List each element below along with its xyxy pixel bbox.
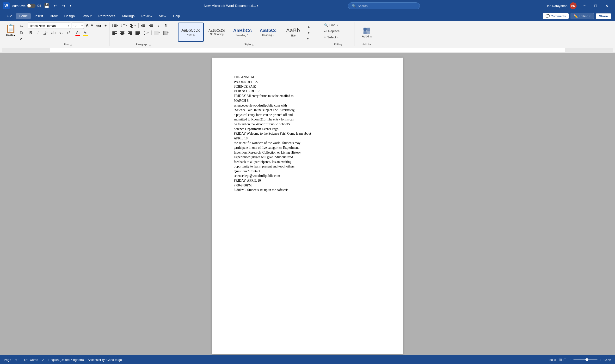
font-decrease-button[interactable]: A [90, 23, 94, 28]
editing-button[interactable]: ✏️ Editing ▾ [571, 13, 594, 19]
line-2: WOODRUFF P.S. [234, 80, 381, 84]
justify-button[interactable] [134, 30, 141, 36]
menu-mailings[interactable]: Mailings [119, 13, 137, 19]
replace-button[interactable]: ⇌ Replace [323, 28, 353, 34]
language-selector[interactable]: English (United Kingdom) [48, 358, 84, 362]
line-7: sciencedept@woodruffpublic.com with [234, 103, 381, 108]
menu-home[interactable]: Home [16, 13, 31, 19]
zoom-slider[interactable] [574, 359, 598, 360]
comments-button[interactable]: 💬 Comments [543, 13, 569, 19]
svg-rect-13 [131, 25, 133, 26]
numbering-button[interactable]: 1.2.3. ▾ [120, 23, 128, 29]
autosave-toggle[interactable] [27, 4, 36, 8]
line-spacing-button[interactable]: ▾ [142, 30, 150, 36]
user-avatar[interactable]: HN [570, 2, 576, 9]
menu-layout[interactable]: Layout [79, 13, 95, 19]
align-right-button[interactable] [127, 30, 133, 36]
share-button[interactable]: Share [596, 13, 611, 19]
cut-button[interactable]: ✂ [19, 24, 25, 29]
shading-button[interactable]: ▾ [153, 30, 161, 36]
proofing-status[interactable]: ✓ [42, 358, 44, 362]
menu-review[interactable]: Review [138, 13, 155, 19]
multilevel-list-button[interactable]: ▾ [129, 23, 137, 29]
decrease-indent-button[interactable] [140, 23, 147, 29]
style-no-spacing[interactable]: AaBbCcDd No Spacing [205, 23, 229, 42]
zoom-out-button[interactable]: − [569, 358, 571, 362]
highlight-color-button[interactable]: A ▾ [82, 30, 89, 36]
menu-file[interactable]: File [4, 13, 15, 19]
save-icon[interactable]: 💾 [43, 2, 50, 9]
word-count[interactable]: 121 words [24, 358, 38, 362]
menu-design[interactable]: Design [61, 13, 78, 19]
search-box[interactable]: 🔍 Search [348, 2, 420, 9]
show-marks-button[interactable]: ¶ [163, 23, 169, 29]
font-size-select[interactable]: 12 ▾ [72, 23, 84, 29]
format-painter-button[interactable]: 🖌 [19, 36, 25, 40]
menu-help[interactable]: Help [170, 13, 183, 19]
align-center-button[interactable] [119, 30, 126, 36]
style-title[interactable]: AaBb Title [281, 23, 305, 42]
change-case-button[interactable]: Aa▾ [95, 24, 102, 28]
borders-button[interactable]: ▾ [162, 30, 170, 36]
bold-button[interactable]: B [28, 30, 34, 36]
increase-indent-button[interactable] [148, 23, 154, 29]
user-name: Hari Narayanan [546, 4, 567, 8]
print-layout-icon[interactable]: ⊞ [559, 358, 562, 362]
select-button[interactable]: ⌖ Select ▾ [323, 35, 353, 40]
sort-button[interactable]: ↕ [155, 23, 162, 29]
styles-scroll-up[interactable]: ▲ [306, 24, 311, 29]
menu-insert[interactable]: Insert [32, 13, 46, 19]
svg-rect-42 [146, 32, 148, 32]
subscript-button[interactable]: x₂ [58, 30, 64, 36]
accessibility-status[interactable]: Accessibility: Good to go [88, 358, 122, 362]
line-8: "Science Fair" in the subject line. Alte… [234, 108, 381, 113]
svg-rect-3 [114, 26, 117, 26]
style-heading2[interactable]: AaBbCc Heading 2 [256, 23, 280, 42]
styles-expand[interactable]: ▾ [306, 36, 311, 41]
paragraph-group: ▾ 1.2.3. ▾ ▾ [110, 22, 177, 46]
zoom-in-button[interactable]: + [599, 358, 601, 362]
superscript-button[interactable]: x² [65, 30, 71, 36]
styles-scroll-down[interactable]: ▼ [306, 30, 311, 35]
page-info[interactable]: Page 1 of 1 [4, 358, 20, 362]
line-4: FAIR SCHEDULE [234, 89, 381, 94]
close-button[interactable]: ✕ [601, 2, 612, 10]
bullets-button[interactable]: ▾ [111, 23, 119, 29]
align-left-button[interactable] [111, 30, 118, 36]
menu-references[interactable]: References [95, 13, 118, 19]
focus-button[interactable]: Focus [547, 358, 556, 362]
style-normal-preview: AaBbCcDd [181, 28, 200, 33]
zoom-level[interactable]: 100% [603, 358, 611, 362]
svg-marker-20 [149, 25, 150, 27]
underline-button[interactable]: U ▾ [42, 30, 49, 36]
document-page[interactable]: THE ANNUAL WOODRUFF P.S. SCIENCE FAIR FA… [212, 58, 403, 354]
maximize-button[interactable]: □ [590, 2, 601, 10]
italic-button[interactable]: I [35, 30, 41, 36]
font-family-select[interactable]: Times New Roman ▾ [28, 23, 71, 29]
svg-rect-22 [150, 26, 153, 26]
style-heading1[interactable]: AaBbCc Heading 1 [230, 23, 255, 42]
web-layout-icon[interactable]: ⊡ [563, 358, 566, 362]
clear-formatting-button[interactable]: ✦ [103, 23, 108, 28]
minimize-button[interactable]: − [579, 2, 590, 10]
paste-button[interactable]: 📋 Paste ▾ [3, 23, 18, 38]
zoom-slider-thumb[interactable] [586, 358, 588, 361]
menu-draw[interactable]: Draw [47, 13, 61, 19]
menu-view[interactable]: View [156, 13, 169, 19]
font-color-button[interactable]: A ▾ [74, 30, 81, 36]
customize-qat-icon[interactable]: ▾ [69, 3, 72, 8]
undo-icon[interactable]: ↩ [53, 2, 58, 9]
editing-group: 🔍 Find ▾ ⇌ Replace ⌖ Select ▾ Editing [321, 22, 355, 46]
addins-button[interactable]: Add-ins [360, 26, 374, 39]
svg-rect-52 [163, 33, 167, 33]
style-normal[interactable]: AaBbCcDd Normal [178, 23, 204, 42]
copy-button[interactable]: ⧉ [19, 30, 25, 35]
find-button[interactable]: 🔍 Find ▾ [323, 23, 353, 27]
strikethrough-button[interactable]: ab [50, 30, 57, 36]
addins-label: Add-ins [356, 42, 377, 46]
redo-icon[interactable]: ↪ [61, 2, 66, 9]
svg-rect-18 [142, 26, 145, 26]
svg-rect-44 [146, 34, 148, 34]
document-title[interactable]: New Microsoft Word Document.d... ▾ [204, 4, 259, 8]
font-increase-button[interactable]: A [85, 23, 90, 28]
